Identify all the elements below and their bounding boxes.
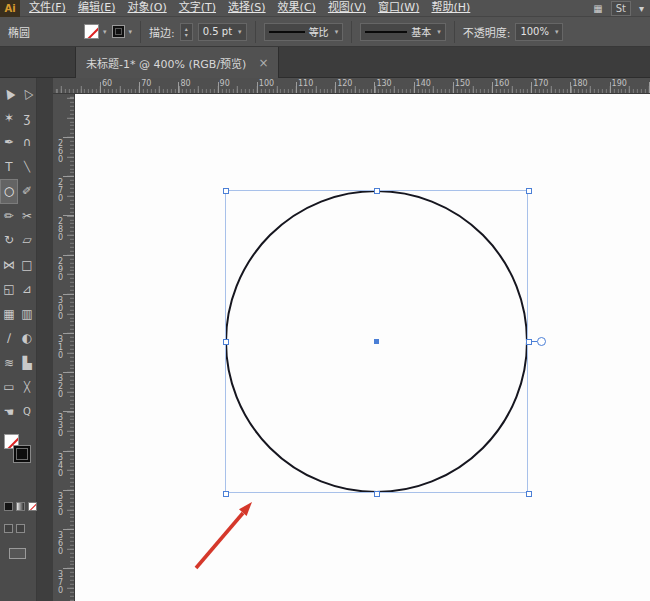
menu-item[interactable]: 窗口(W) xyxy=(372,0,425,16)
symbol-sprayer-tool[interactable]: ≋ xyxy=(0,351,18,376)
selection-handle-nw[interactable] xyxy=(223,188,229,194)
ruler-tick xyxy=(531,82,532,93)
stroke-color-swatch[interactable] xyxy=(112,25,125,38)
pen-tool-icon: ✒ xyxy=(4,136,14,148)
selection-handle-e[interactable] xyxy=(526,339,532,345)
gradient-tool[interactable]: ▥ xyxy=(18,302,36,327)
opacity-select[interactable]: 100% ▾ xyxy=(515,23,563,41)
selection-tool[interactable]: ▲ xyxy=(0,81,18,106)
direct-selection-tool[interactable]: △ xyxy=(18,81,36,106)
ellipse-tool[interactable]: ○ xyxy=(0,179,18,204)
selection-handle-w[interactable] xyxy=(223,339,229,345)
pen-tool[interactable]: ✒ xyxy=(0,130,18,155)
fill-none-swatch[interactable] xyxy=(84,24,99,39)
selection-handle-ne[interactable] xyxy=(526,188,532,194)
workspace-button[interactable]: St xyxy=(611,1,631,16)
scissors-tool[interactable]: ✂ xyxy=(18,204,36,229)
fill-stroke-indicator xyxy=(0,434,37,470)
h-ruler-label: 60 xyxy=(102,79,112,88)
arrange-documents-icon[interactable]: ▦ xyxy=(593,3,602,14)
stroke-weight-stepper[interactable]: ▴ ▾ xyxy=(180,23,193,41)
live-shape-side-widget[interactable] xyxy=(537,337,546,346)
ruler-tick xyxy=(178,82,179,93)
none-button[interactable] xyxy=(28,502,37,511)
perspective-grid-tool[interactable]: ⊿ xyxy=(18,277,36,302)
screen-mode-button[interactable] xyxy=(9,548,26,559)
color-button[interactable] xyxy=(4,502,13,511)
mesh-tool[interactable]: ▦ xyxy=(0,302,18,327)
menu-item[interactable]: 文件(F) xyxy=(23,0,72,16)
lasso-tool[interactable]: ʒ xyxy=(18,106,36,131)
app-logo: Ai xyxy=(0,0,20,17)
column-graph-tool-icon: ▙ xyxy=(22,357,31,369)
pencil-tool[interactable]: ✏ xyxy=(0,204,18,229)
menu-item[interactable]: 对象(O) xyxy=(121,0,172,16)
magic-wand-tool[interactable]: ✶ xyxy=(0,106,18,131)
horizontal-ruler: 6070809010011012013014015016017018019020… xyxy=(53,78,650,94)
ruler-tick xyxy=(63,529,74,530)
h-ruler-label: 110 xyxy=(298,79,313,88)
draw-behind-button[interactable] xyxy=(16,524,25,533)
hand-tool[interactable]: ☚ xyxy=(0,400,18,425)
selection-handle-se[interactable] xyxy=(526,491,532,497)
ellipse-tool-icon: ○ xyxy=(4,185,14,197)
slice-tool[interactable]: ╳ xyxy=(18,375,36,400)
fill-color-dropdown[interactable]: ▾ xyxy=(84,24,107,39)
control-bar: 椭圆 ▾ ▾ 描边: ▴ ▾ 0.5 pt ▾ 等比 ▾ 基本 ▾ xyxy=(0,17,650,47)
stepper-down-icon[interactable]: ▾ xyxy=(185,32,188,38)
menu-item[interactable]: 选择(S) xyxy=(222,0,272,16)
panel-gutter xyxy=(37,78,53,601)
tools-panel: ▲△✶ʒ✒∩T╲○✐✏✂↻▱⋈□◱⊿▦▥∕◐≋▙▭╳☚Q xyxy=(0,78,37,601)
scale-tool[interactable]: ▱ xyxy=(18,228,36,253)
brush-definition-select[interactable]: 基本 ▾ xyxy=(360,23,446,41)
width-tool[interactable]: ⋈ xyxy=(0,253,18,278)
tab-close-icon[interactable]: × xyxy=(258,56,268,70)
stroke-weight-select[interactable]: 0.5 pt ▾ xyxy=(198,23,247,41)
menu-item[interactable]: 效果(C) xyxy=(272,0,322,16)
chevron-down-icon[interactable]: ▾ xyxy=(639,3,644,14)
canvas-area: 6070809010011012013014015016017018019020… xyxy=(37,78,650,601)
document-tab[interactable]: 未标题-1* @ 400% (RGB/预览) × xyxy=(75,47,279,78)
column-graph-tool[interactable]: ▙ xyxy=(18,351,36,376)
selection-handle-s[interactable] xyxy=(374,491,380,497)
h-ruler-label: 160 xyxy=(494,79,509,88)
stroke-color-dropdown[interactable]: ▾ xyxy=(112,25,133,38)
separator xyxy=(351,21,352,43)
ruler-tick xyxy=(610,82,611,93)
menu-item[interactable]: 视图(V) xyxy=(322,0,372,16)
paintbrush-tool[interactable]: ✐ xyxy=(18,179,36,204)
artboard-tool[interactable]: ▭ xyxy=(0,375,18,400)
eyedropper-tool[interactable]: ∕ xyxy=(0,326,18,351)
perspective-grid-tool-icon: ⊿ xyxy=(22,283,32,295)
menu-item[interactable]: 帮助(H) xyxy=(425,0,476,16)
type-tool[interactable]: T xyxy=(0,155,18,180)
ruler-tick xyxy=(257,82,258,93)
draw-normal-button[interactable] xyxy=(4,524,13,533)
ruler-tick xyxy=(492,82,493,93)
shape-builder-tool[interactable]: ◱ xyxy=(0,277,18,302)
blend-tool[interactable]: ◐ xyxy=(18,326,36,351)
rotate-tool[interactable]: ↻ xyxy=(0,228,18,253)
selection-handle-sw[interactable] xyxy=(223,491,229,497)
shape-center-point[interactable] xyxy=(374,339,379,344)
width-profile-select[interactable]: 等比 ▾ xyxy=(264,23,344,41)
menu-item[interactable]: 文字(T) xyxy=(173,0,222,16)
selection-handle-n[interactable] xyxy=(374,188,380,194)
artboard-canvas[interactable] xyxy=(75,94,650,601)
selection-tool-icon: ▲ xyxy=(2,86,16,101)
stroke-swatch-black[interactable] xyxy=(13,445,31,463)
menu-item[interactable]: 编辑(E) xyxy=(72,0,122,16)
mesh-tool-icon: ▦ xyxy=(3,308,14,320)
opacity-value: 100% xyxy=(520,26,549,37)
menubar-right: ▦ St ▾ xyxy=(593,1,650,16)
zoom-tool[interactable]: Q xyxy=(18,400,36,425)
gradient-button[interactable] xyxy=(16,502,25,511)
ruler-tick xyxy=(414,82,415,93)
v-ruler-label: 310 xyxy=(56,335,64,359)
curvature-tool[interactable]: ∩ xyxy=(18,130,36,155)
free-transform-tool[interactable]: □ xyxy=(18,253,36,278)
line-segment-tool[interactable]: ╲ xyxy=(18,155,36,180)
slice-tool-icon: ╳ xyxy=(24,382,30,392)
pencil-tool-icon: ✏ xyxy=(4,210,14,222)
document-tab-title: 未标题-1* @ 400% (RGB/预览) xyxy=(86,55,246,71)
